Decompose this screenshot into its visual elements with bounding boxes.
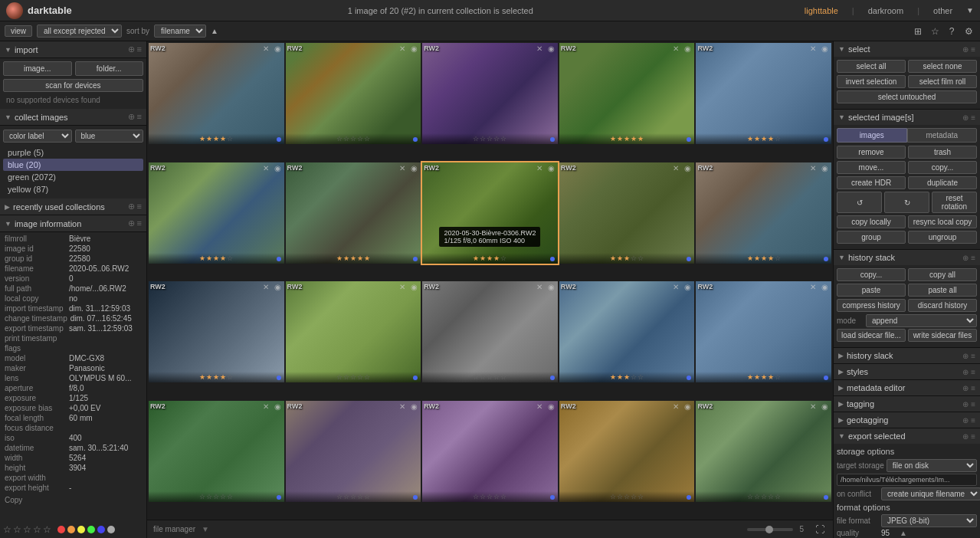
color-label-select[interactable]: color label xyxy=(3,130,72,143)
dot-green[interactable] xyxy=(87,526,95,533)
list-item[interactable]: RW2 ✕ ◉ ★★★☆☆ xyxy=(559,281,695,382)
star-icon[interactable]: ☆ xyxy=(928,25,942,38)
write-sidecar-btn[interactable]: write sidecar files xyxy=(908,329,977,342)
star-5[interactable]: ☆ xyxy=(43,524,51,535)
filter-select[interactable]: all except rejected xyxy=(37,25,122,38)
star-4[interactable]: ☆ xyxy=(33,524,41,535)
list-item[interactable]: RW2 ✕ ◉ ☆☆☆☆☆ xyxy=(286,281,421,382)
select-none-btn[interactable]: select none xyxy=(908,60,977,73)
remove-btn[interactable]: remove xyxy=(837,146,906,159)
list-item[interactable]: RW2 ✕ ◉ ☆☆☆☆☆ xyxy=(559,401,695,502)
list-item[interactable]: RW2 ✕ ◉ ★★★★★ xyxy=(559,43,695,144)
thumb-close-btn[interactable]: ✕ xyxy=(536,402,542,411)
rotate-cw-btn[interactable]: ↻ xyxy=(884,192,929,213)
history-paste-all-btn[interactable]: paste all xyxy=(908,284,977,297)
thumb-close-btn[interactable]: ✕ xyxy=(673,164,679,172)
copy-btn[interactable]: copy... xyxy=(908,161,977,174)
thumb-close-btn[interactable]: ✕ xyxy=(536,283,542,291)
thumb-close-btn[interactable]: ✕ xyxy=(673,44,679,53)
star-1[interactable]: ☆ xyxy=(3,524,11,535)
nav-darkroom[interactable]: darkroom xyxy=(864,5,908,17)
view-btn[interactable]: view xyxy=(5,25,32,37)
list-item[interactable]: RW2 ✕ ◉ ☆☆☆☆☆ xyxy=(422,281,558,382)
import-section-header[interactable]: import ⊕ ≡ xyxy=(0,41,146,58)
list-item[interactable]: RW2 ✕ ◉ ★★★★☆ xyxy=(696,43,831,144)
sort-direction-icon[interactable]: ▲ xyxy=(211,27,218,35)
settings-icon[interactable]: ⚙ xyxy=(962,25,975,38)
load-sidecar-btn[interactable]: load sidecar file... xyxy=(837,329,906,342)
styles-header[interactable]: styles ⊕ ≡ xyxy=(834,364,980,379)
thumb-close-btn[interactable]: ✕ xyxy=(673,283,679,291)
history-paste-btn[interactable]: paste xyxy=(837,284,906,297)
thumb-close-btn[interactable]: ✕ xyxy=(810,44,816,53)
copy-link[interactable]: Copy xyxy=(0,494,146,506)
dot-gray[interactable] xyxy=(107,526,115,533)
list-item[interactable]: RW2 ✕ ◉ ★★★★★ xyxy=(286,162,421,264)
collect-section-header[interactable]: collect images ⊕ ≡ xyxy=(0,109,146,126)
dot-blue[interactable] xyxy=(97,526,105,533)
image-info-header[interactable]: image information ⊕ ≡ xyxy=(0,215,146,232)
thumb-close-btn[interactable]: ✕ xyxy=(810,164,816,172)
resync-btn[interactable]: resync local copy xyxy=(908,215,977,228)
thumb-close-btn[interactable]: ✕ xyxy=(399,402,405,411)
sort-select[interactable]: filename xyxy=(154,25,206,38)
group-btn[interactable]: group xyxy=(837,231,906,244)
conflict-select[interactable]: create unique filename xyxy=(881,487,980,500)
metadata-editor-header[interactable]: metadata editor ⊕ ≡ xyxy=(834,380,980,395)
list-item[interactable]: RW2 ✕ ◉ 2020-05-30-Bièvre-0306.RW21/125 … xyxy=(422,162,558,264)
reset-rotation-btn[interactable]: reset rotation xyxy=(932,192,977,213)
list-item[interactable]: RW2 ✕ ◉ ★★★★☆ xyxy=(696,162,831,264)
import-image-btn[interactable]: image... xyxy=(3,61,72,76)
history-copy-btn[interactable]: copy... xyxy=(837,268,906,281)
invert-selection-btn[interactable]: invert selection xyxy=(837,75,906,88)
list-item[interactable]: RW2 ✕ ◉ ☆☆☆☆☆ xyxy=(286,43,421,144)
list-item[interactable]: RW2 ✕ ◉ ☆☆☆☆☆ xyxy=(422,401,558,502)
select-all-btn[interactable]: select all xyxy=(837,60,906,73)
create-hdr-btn[interactable]: create HDR xyxy=(837,176,906,189)
duplicate-btn[interactable]: duplicate xyxy=(908,176,977,189)
star-2[interactable]: ☆ xyxy=(13,524,21,535)
color-item-blue[interactable]: blue (20) xyxy=(3,159,143,171)
list-item[interactable]: RW2 ✕ ◉ ★★★★☆ xyxy=(696,281,831,382)
selected-images-header[interactable]: selected image[s] ⊕ ≡ xyxy=(834,110,980,125)
thumb-close-btn[interactable]: ✕ xyxy=(399,164,405,172)
mode-select[interactable]: append xyxy=(866,314,977,327)
ungroup-btn[interactable]: ungroup xyxy=(908,231,977,244)
rotate-ccw-btn[interactable]: ↺ xyxy=(837,192,882,213)
thumb-close-btn[interactable]: ✕ xyxy=(263,164,269,172)
color-value-select[interactable]: blue xyxy=(75,130,144,143)
list-item[interactable]: RW2 ✕ ◉ ★★★★☆ xyxy=(149,43,284,144)
import-folder-btn[interactable]: folder... xyxy=(75,61,144,76)
list-item[interactable]: RW2 ✕ ◉ ☆☆☆☆☆ xyxy=(696,401,831,502)
nav-dropdown[interactable]: ▼ xyxy=(966,6,974,15)
thumb-close-btn[interactable]: ✕ xyxy=(673,402,679,411)
dot-yellow[interactable] xyxy=(77,526,85,533)
help-icon[interactable]: ? xyxy=(945,25,959,38)
list-item[interactable]: RW2 ✕ ◉ ★★★★☆ xyxy=(149,162,284,264)
list-item[interactable]: RW2 ✕ ◉ ★★★★☆ xyxy=(149,281,284,382)
dot-orange[interactable] xyxy=(67,526,75,533)
thumb-close-btn[interactable]: ✕ xyxy=(536,44,542,53)
history-copy-all-btn[interactable]: copy all xyxy=(908,268,977,281)
zoom-slider[interactable] xyxy=(747,528,793,531)
select-header[interactable]: select ⊕ ≡ xyxy=(834,41,980,57)
star-3[interactable]: ☆ xyxy=(23,524,31,535)
thumb-close-btn[interactable]: ✕ xyxy=(399,44,405,53)
dot-red[interactable] xyxy=(57,526,65,533)
compress-history-btn[interactable]: compress history xyxy=(837,299,906,312)
tagging-header[interactable]: tagging ⊕ ≡ xyxy=(834,396,980,412)
list-item[interactable]: RW2 ✕ ◉ ★★★☆☆ xyxy=(559,162,695,264)
geotagging-header[interactable]: geotagging ⊕ ≡ xyxy=(834,412,980,428)
list-item[interactable]: RW2 ✕ ◉ ☆☆☆☆☆ xyxy=(422,43,558,144)
target-select[interactable]: file on disk xyxy=(887,459,977,472)
history-slack-header[interactable]: history slack ⊕ ≡ xyxy=(834,348,980,363)
grid-dropdown-icon[interactable]: ▼ xyxy=(202,525,209,533)
export-header[interactable]: export selected ⊕ ≡ xyxy=(834,428,980,444)
color-item-green[interactable]: green (2072) xyxy=(3,171,143,183)
thumb-close-btn[interactable]: ✕ xyxy=(810,283,816,291)
fullscreen-icon[interactable]: ⛶ xyxy=(813,523,827,536)
trash-btn[interactable]: trash xyxy=(908,146,977,159)
thumb-close-btn[interactable]: ✕ xyxy=(263,402,269,411)
nav-lighttable[interactable]: lighttable xyxy=(800,5,843,17)
list-item[interactable]: RW2 ✕ ◉ ☆☆☆☆☆ xyxy=(286,401,421,502)
